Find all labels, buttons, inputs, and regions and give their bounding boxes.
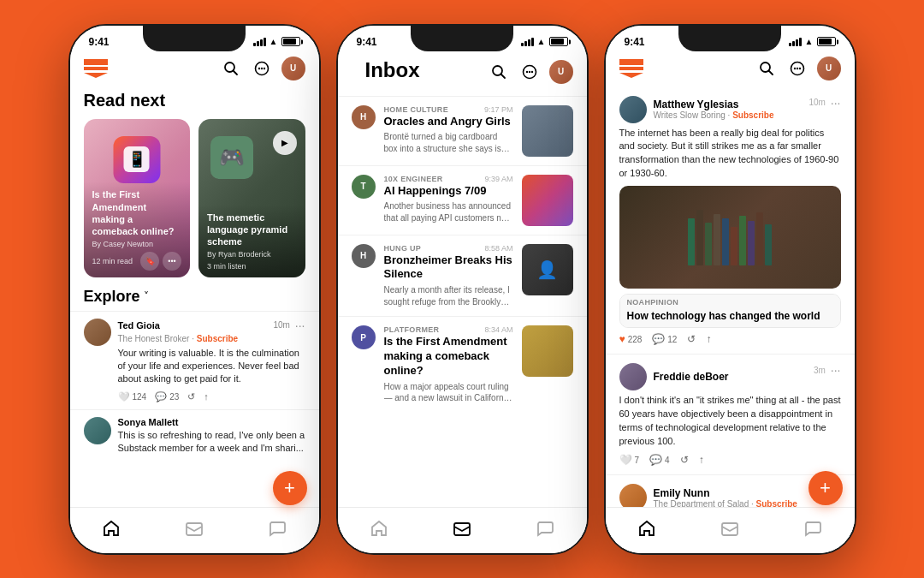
- inbox-snippet-2: Another business has announced that all …: [384, 200, 513, 223]
- explore-title: Explore: [84, 288, 140, 306]
- svg-line-4: [233, 70, 237, 74]
- scroll-area-2: H HOME CULTURE 9:17 PM Oracles and Angry…: [338, 96, 587, 525]
- post-1-actions: 🤍 124 💬 23 ↺: [118, 391, 305, 402]
- feed-image-inner-1: [619, 186, 841, 289]
- feed-post-1-header: Matthew Yglesias Writes Slow Boring · Su…: [619, 96, 841, 123]
- svg-marker-19: [619, 73, 643, 78]
- feed-more-1[interactable]: ···: [831, 96, 841, 110]
- phone-3-screen: 9:41 ▲: [606, 26, 855, 553]
- explore-post-1: Ted Gioia 10m ··· The Honest Broker · Su…: [70, 311, 319, 409]
- card-1-save[interactable]: 🔖: [140, 252, 159, 271]
- feed-author-row-2: Freddie deBoer: [619, 363, 729, 390]
- wifi-icon-1: ▲: [270, 37, 278, 46]
- app-header-1: U: [70, 51, 319, 87]
- inbox-item-3[interactable]: H HUNG UP 8:58 AM Bronzheimer Breaks His…: [338, 235, 587, 317]
- feed-comment-1[interactable]: 💬 12: [652, 333, 677, 345]
- feed-repost-2[interactable]: ↺: [680, 454, 689, 466]
- feed-time-1: 10m: [808, 98, 825, 107]
- card-1-more[interactable]: •••: [163, 252, 181, 271]
- inbox-content-3: HUNG UP 8:58 AM Bronzheimer Breaks His S…: [384, 244, 513, 308]
- inbox-thumb-3: 👤: [522, 244, 573, 295]
- nav-chat-3[interactable]: [772, 508, 855, 550]
- search-button-3[interactable]: [755, 57, 778, 80]
- messages-button-2[interactable]: [518, 61, 541, 83]
- post-1-like[interactable]: 🤍 124: [118, 391, 147, 402]
- nav-inbox-2[interactable]: [421, 508, 504, 550]
- messages-button-3[interactable]: [786, 57, 808, 80]
- user-avatar-3[interactable]: U: [817, 57, 841, 80]
- svg-line-21: [768, 70, 773, 74]
- feed-share-2[interactable]: ↑: [699, 454, 704, 466]
- bottom-nav-1: [70, 507, 319, 553]
- inbox-thumb-2: [522, 175, 573, 226]
- post-1-subscribe[interactable]: Subscribe: [197, 334, 238, 343]
- svg-point-15: [530, 70, 532, 72]
- inbox-item-4[interactable]: P PLATFORMER 8:34 AM Is the First Amendm…: [338, 316, 587, 413]
- phones-container: 9:41 ▲: [68, 24, 856, 555]
- explore-chevron-icon[interactable]: ˅: [144, 290, 149, 302]
- feed-text-2: I don't think it's an "it strikes me" th…: [619, 394, 841, 449]
- feed-more-2[interactable]: ···: [831, 363, 841, 377]
- user-avatar-1[interactable]: U: [281, 57, 305, 80]
- inbox-pub-1: HOME CULTURE: [384, 105, 448, 114]
- nav-chat-2[interactable]: [504, 508, 587, 550]
- feed-share-1[interactable]: ↑: [706, 333, 711, 345]
- feed-comment-2[interactable]: 💬 4: [649, 454, 670, 466]
- post-1-author: Ted Gioia: [118, 320, 160, 331]
- user-avatar-2[interactable]: U: [549, 60, 573, 84]
- inbox-title-3: Bronzheimer Breaks His Silence: [384, 253, 513, 283]
- nav-inbox-3[interactable]: [689, 508, 772, 550]
- card-2-meta: 3 min listen: [207, 262, 246, 271]
- inbox-item-2[interactable]: T 10X ENGINEER 9:39 AM AI Happenings 7/0…: [338, 165, 587, 235]
- nav-chat-1[interactable]: [236, 508, 319, 550]
- status-time-1: 9:41: [89, 36, 110, 48]
- status-icons-2: ▲: [521, 37, 568, 46]
- feed-repost-1[interactable]: ↺: [687, 333, 696, 345]
- fab-button-1[interactable]: +: [273, 471, 307, 505]
- wifi-icon-2: ▲: [537, 37, 546, 46]
- header-icons-1: U: [220, 57, 305, 80]
- signal-icon-3: [789, 38, 802, 46]
- feed-link-title-1: How technology has changed the world: [620, 308, 840, 327]
- read-card-1[interactable]: 📱 Is the First Amendment making a comeba…: [84, 119, 191, 277]
- header-icons-2: U: [488, 60, 573, 84]
- inbox-snippet-1: Brontë turned a big cardboard box into a…: [384, 131, 513, 154]
- post-1-share[interactable]: ↑: [204, 391, 209, 402]
- signal-icon-1: [253, 38, 266, 46]
- feed-like-1[interactable]: ♥ 228: [619, 333, 643, 345]
- search-button-1[interactable]: [220, 57, 242, 80]
- feed-author-info-3: Emily Nunn The Department of Salad · Sub…: [654, 487, 797, 509]
- feed-author-name-3: Emily Nunn: [654, 487, 797, 499]
- fab-button-3[interactable]: +: [808, 471, 843, 505]
- nav-home-2[interactable]: [338, 508, 421, 550]
- feed-subscribe-1[interactable]: Subscribe: [732, 110, 773, 120]
- svg-point-8: [263, 67, 264, 69]
- post-1-content: Ted Gioia 10m ··· The Honest Broker · Su…: [118, 319, 305, 402]
- battery-icon-3: [817, 37, 836, 46]
- post-1-repost[interactable]: ↺: [187, 391, 195, 402]
- nav-inbox-1[interactable]: [153, 508, 236, 550]
- nav-home-3[interactable]: [606, 508, 689, 550]
- feed-link-label-1: NOAHPINION: [620, 295, 840, 308]
- inbox-time-3: 8:58 AM: [484, 244, 512, 253]
- feed-like-2[interactable]: 🤍 7: [619, 454, 640, 466]
- feed-link-1[interactable]: NOAHPINION How technology has changed th…: [619, 294, 841, 328]
- search-button-2[interactable]: [488, 61, 510, 83]
- post-1-comment[interactable]: 💬 23: [155, 391, 179, 402]
- read-card-2[interactable]: ▶ 🎮 The memetic language pyramid scheme …: [198, 119, 305, 277]
- svg-point-24: [796, 67, 797, 69]
- card-2-title: The memetic language pyramid scheme: [207, 212, 297, 248]
- post-1-more[interactable]: ···: [295, 319, 305, 332]
- phone-notch-3: [678, 26, 781, 51]
- inbox-snippet-3: Nearly a month after its release, I soug…: [384, 284, 513, 307]
- messages-button-1[interactable]: [251, 57, 273, 80]
- feed-avatar-1: [619, 96, 647, 123]
- svg-point-6: [258, 67, 259, 69]
- phone-2-screen: 9:41 ▲ Inbox: [338, 26, 587, 553]
- status-icons-1: ▲: [253, 37, 300, 46]
- app-background: 9:41 ▲: [0, 0, 924, 578]
- nav-home-1[interactable]: [70, 508, 153, 550]
- inbox-icon-2: T: [352, 175, 376, 199]
- header-icons-3: U: [755, 57, 841, 80]
- inbox-item-1[interactable]: H HOME CULTURE 9:17 PM Oracles and Angry…: [338, 96, 587, 165]
